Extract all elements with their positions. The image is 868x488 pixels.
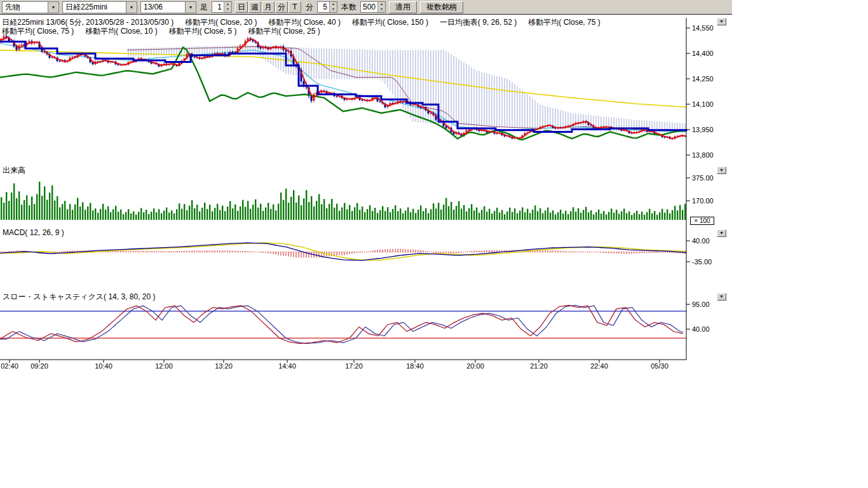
multi-symbol-button[interactable]: 複数銘柄 xyxy=(420,1,463,13)
legend-item: 移動平均( Close, 40 ) xyxy=(269,18,341,27)
instrument-type-combo[interactable]: 先物 ▼ xyxy=(2,1,59,13)
axis-label: 14,550 xyxy=(692,24,714,32)
period-button-2[interactable]: 月 xyxy=(262,1,275,13)
period-button-3[interactable]: 分 xyxy=(275,1,288,13)
timeframe-value: 1 xyxy=(212,2,224,12)
time-axis-label: 20:00 xyxy=(466,362,484,370)
legend-item: 移動平均( Close, 20 ) xyxy=(185,18,257,27)
legend-item: 移動平均( Close, 25 ) xyxy=(248,27,320,36)
spin-down-icon[interactable]: ▼ xyxy=(378,7,385,12)
spin-up-icon[interactable]: ▲ xyxy=(378,2,385,7)
time-axis-label: 17:20 xyxy=(345,362,363,370)
toolbar: 先物 ▼ 日経225mini ▼ 13/06 ▼ 足 1 ▲▼ 日週月分T 分 … xyxy=(0,0,732,15)
volume-pane-label: 出来高 xyxy=(3,165,25,176)
axis-label: 13,800 xyxy=(692,151,714,159)
spin-down-icon[interactable]: ▼ xyxy=(330,7,337,12)
timeframe-label: 足 xyxy=(200,2,208,13)
period-buttons: 日週月分T xyxy=(235,1,302,13)
period-button-1[interactable]: 週 xyxy=(248,1,261,13)
axis-label: 13,950 xyxy=(692,126,714,133)
app-window: 14,55014,40014,25014,10013,95013,800375.… xyxy=(0,0,868,488)
period-button-0[interactable]: 日 xyxy=(235,1,248,13)
contract-month-combo[interactable]: 13/06 ▼ xyxy=(140,1,196,13)
time-axis-label: 02:40 xyxy=(1,362,18,370)
axis-label: 375.00 xyxy=(692,174,714,182)
stoch-pane-label: スロー・ストキャスティクス( 14, 3, 80, 20 ) xyxy=(3,292,155,302)
spin-up-icon[interactable]: ▲ xyxy=(224,2,231,7)
legend-item: 移動平均( Close, 5 ) xyxy=(169,27,237,36)
contract-month-value: 13/06 xyxy=(141,3,185,11)
instrument-type-value: 先物 xyxy=(3,2,48,13)
minutes-value: 5 xyxy=(318,2,329,12)
time-axis-label: 05/30 xyxy=(651,362,668,370)
axis-label: 40.00 xyxy=(692,325,710,333)
legend-item: 移動平均( Close, 75 ) xyxy=(528,18,600,27)
chevron-down-icon[interactable]: ▼ xyxy=(48,2,58,13)
legend-item: 移動平均( Close, 75 ) xyxy=(2,27,74,36)
axis-label: 14,100 xyxy=(692,100,714,108)
bar-count-stepper[interactable]: 500 ▲▼ xyxy=(360,1,386,13)
period-button-4[interactable]: T xyxy=(288,1,301,13)
time-axis-label: 09:20 xyxy=(31,362,48,370)
axis-label: -35.00 xyxy=(692,258,712,266)
time-axis-label: 12:00 xyxy=(155,362,173,370)
legend-item: 日経225mini 13/06( 5分, 2013/05/28 - 2013/0… xyxy=(2,18,173,27)
time-axis-label: 13:20 xyxy=(215,362,233,370)
spin-up-icon[interactable]: ▲ xyxy=(330,2,337,7)
pane-dropdown-button-1[interactable]: ▼ xyxy=(717,166,726,174)
axis-label: 95.00 xyxy=(692,301,710,308)
time-axis-label: 14:40 xyxy=(278,362,296,370)
legend-item: 移動平均( Close, 150 ) xyxy=(352,18,428,27)
axis-label: 170.00 xyxy=(692,197,714,205)
macd-pane-label: MACD( 12, 26, 9 ) xyxy=(3,228,64,237)
time-axis-label: 18:40 xyxy=(406,362,424,370)
pane-dropdown-button-2[interactable]: ▼ xyxy=(717,229,726,237)
bar-count-label: 本数 xyxy=(341,2,356,13)
spin-down-icon[interactable]: ▼ xyxy=(224,7,231,12)
chart-legend-line2: 移動平均( Close, 75 )移動平均( Close, 10 )移動平均( … xyxy=(2,26,332,37)
symbol-value: 日経225mini xyxy=(63,2,126,13)
volume-multiplier-badge: × 100 xyxy=(690,217,714,225)
axis-label: 14,400 xyxy=(692,50,714,57)
bar-count-value: 500 xyxy=(361,2,377,12)
legend-item: 移動平均( Close, 10 ) xyxy=(85,27,157,36)
symbol-combo[interactable]: 日経225mini ▼ xyxy=(62,1,137,13)
minutes-label: 分 xyxy=(306,2,313,13)
timeframe-stepper[interactable]: 1 ▲▼ xyxy=(212,1,232,13)
axis-label: 14,250 xyxy=(692,75,714,83)
axis-label: 40.00 xyxy=(692,237,710,245)
minutes-stepper[interactable]: 5 ▲▼ xyxy=(317,1,337,13)
pane-dropdown-button-3[interactable]: ▼ xyxy=(717,293,726,301)
time-axis-label: 22:40 xyxy=(590,362,608,370)
chevron-down-icon[interactable]: ▼ xyxy=(126,2,137,13)
legend-item: 一目均衡表( 9, 26, 52 ) xyxy=(440,18,517,27)
chevron-down-icon[interactable]: ▼ xyxy=(185,2,196,13)
pane-dropdown-button-0[interactable]: ▼ xyxy=(717,18,726,25)
apply-button[interactable]: 適用 xyxy=(389,1,417,13)
time-axis-label: 10:40 xyxy=(95,362,112,370)
chart-canvas: 14,55014,40014,25014,10013,95013,800375.… xyxy=(0,0,868,488)
time-axis-label: 21:20 xyxy=(530,362,548,370)
